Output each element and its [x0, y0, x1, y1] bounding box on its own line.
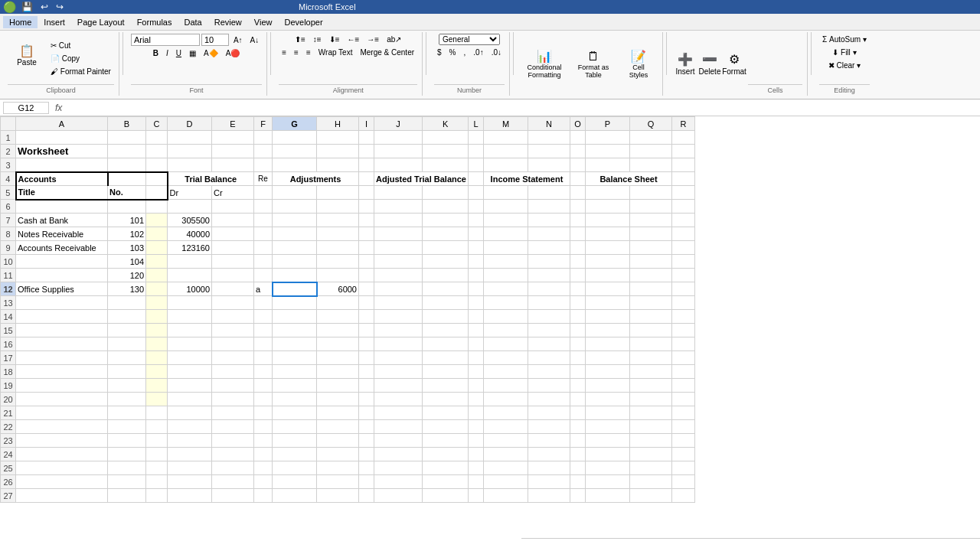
col-header-A[interactable]: A	[16, 117, 108, 131]
cell-R6[interactable]	[671, 200, 694, 214]
cell-G7[interactable]	[273, 214, 317, 227]
cell-J3[interactable]	[374, 158, 423, 172]
indent-increase-button[interactable]: →≡	[364, 34, 382, 45]
col-header-G[interactable]: G	[273, 117, 317, 131]
cell-D5[interactable]: Dr	[168, 186, 212, 200]
cell-D10[interactable]	[168, 255, 212, 269]
cell-D2[interactable]	[168, 145, 212, 158]
cell-B11[interactable]: 120	[108, 269, 146, 282]
cell-J5[interactable]	[374, 186, 423, 200]
cell-Q3[interactable]	[629, 158, 671, 172]
cell-P1[interactable]	[585, 131, 629, 145]
col-header-L[interactable]: L	[468, 117, 483, 131]
cell-H7[interactable]	[317, 214, 359, 227]
cell-N5[interactable]	[528, 186, 570, 200]
cell-J8[interactable]	[374, 227, 423, 241]
cell-E6[interactable]	[212, 200, 254, 214]
cell-M3[interactable]	[483, 158, 528, 172]
cell-L12[interactable]	[468, 282, 483, 296]
cell-I8[interactable]	[359, 227, 374, 241]
cell-K8[interactable]	[423, 227, 469, 241]
cell-I12[interactable]	[359, 282, 374, 296]
underline-button[interactable]: U	[173, 47, 185, 59]
cell-C1[interactable]	[146, 131, 168, 145]
shrink-font-button[interactable]: A↓	[247, 34, 263, 46]
cell-R11[interactable]	[671, 269, 694, 282]
cell-Q1[interactable]	[629, 131, 671, 145]
cell-F6[interactable]	[254, 200, 273, 214]
cell-E1[interactable]	[212, 131, 254, 145]
cell-H9[interactable]	[317, 241, 359, 255]
menu-formulas[interactable]: Formulas	[131, 16, 178, 28]
cell-P3[interactable]	[585, 158, 629, 172]
col-header-F[interactable]: F	[254, 117, 273, 131]
cell-F5[interactable]	[254, 186, 273, 200]
cell-I11[interactable]	[359, 269, 374, 282]
cell-H3[interactable]	[317, 158, 359, 172]
cell-A9[interactable]: Accounts Receivable	[16, 241, 108, 255]
cell-K2[interactable]	[423, 145, 469, 158]
cell-reference-box[interactable]: G12	[3, 102, 49, 114]
cell-I6[interactable]	[359, 200, 374, 214]
cell-M4[interactable]: Income Statement	[483, 172, 570, 186]
percent-button[interactable]: %	[446, 47, 459, 58]
cell-D4[interactable]: Trial Balance	[168, 172, 254, 186]
cell-N9[interactable]	[528, 241, 570, 255]
cell-O10[interactable]	[570, 255, 585, 269]
cell-C4[interactable]	[146, 172, 168, 186]
cell-I7[interactable]	[359, 214, 374, 227]
col-header-D[interactable]: D	[168, 117, 212, 131]
cell-G9[interactable]	[273, 241, 317, 255]
cell-L3[interactable]	[468, 158, 483, 172]
col-header-C[interactable]: C	[146, 117, 168, 131]
cell-B3[interactable]	[108, 158, 146, 172]
align-center-button[interactable]: ≡	[291, 47, 302, 58]
redo-icon[interactable]: ↪	[54, 2, 66, 12]
cell-R10[interactable]	[671, 255, 694, 269]
col-header-J[interactable]: J	[374, 117, 423, 131]
cell-G12[interactable]	[273, 282, 317, 296]
delete-button[interactable]: ➖ Delete	[699, 43, 720, 86]
menu-developer[interactable]: Developer	[278, 16, 328, 28]
cell-B12[interactable]: 130	[108, 282, 146, 296]
cell-M7[interactable]	[483, 214, 528, 227]
indent-decrease-button[interactable]: ←≡	[345, 34, 363, 45]
cell-C10[interactable]	[146, 255, 168, 269]
number-format-select[interactable]: General Number Currency	[439, 34, 500, 45]
cell-J12[interactable]	[374, 282, 423, 296]
cell-N2[interactable]	[528, 145, 570, 158]
cell-J11[interactable]	[374, 269, 423, 282]
cell-G10[interactable]	[273, 255, 317, 269]
cell-P2[interactable]	[585, 145, 629, 158]
cell-H10[interactable]	[317, 255, 359, 269]
save-icon[interactable]: 💾	[19, 2, 35, 12]
increase-decimal-button[interactable]: .0↑	[470, 47, 486, 58]
cell-C6[interactable]	[146, 200, 168, 214]
cell-K7[interactable]	[423, 214, 469, 227]
cell-L2[interactable]	[468, 145, 483, 158]
format-painter-button[interactable]: 🖌 Format Painter	[47, 66, 114, 77]
cell-F7[interactable]	[254, 214, 273, 227]
cell-K11[interactable]	[423, 269, 469, 282]
cell-N11[interactable]	[528, 269, 570, 282]
cell-F11[interactable]	[254, 269, 273, 282]
font-size-input[interactable]	[201, 34, 229, 46]
col-header-Q[interactable]: Q	[629, 117, 671, 131]
menu-home[interactable]: Home	[3, 16, 38, 28]
copy-button[interactable]: 📄 Copy	[47, 53, 114, 64]
cell-H12[interactable]: 6000	[317, 282, 359, 296]
col-header-I[interactable]: I	[359, 117, 374, 131]
cell-P7[interactable]	[585, 214, 629, 227]
cell-K10[interactable]	[423, 255, 469, 269]
cell-C12[interactable]	[146, 282, 168, 296]
cut-button[interactable]: ✂ Cut	[47, 40, 114, 51]
cell-P9[interactable]	[585, 241, 629, 255]
col-header-P[interactable]: P	[585, 117, 629, 131]
cell-N12[interactable]	[528, 282, 570, 296]
cell-C9[interactable]	[146, 241, 168, 255]
cell-J10[interactable]	[374, 255, 423, 269]
cell-E11[interactable]	[212, 269, 254, 282]
cell-E9[interactable]	[212, 241, 254, 255]
cell-J1[interactable]	[374, 131, 423, 145]
decrease-decimal-button[interactable]: .0↓	[488, 47, 505, 58]
